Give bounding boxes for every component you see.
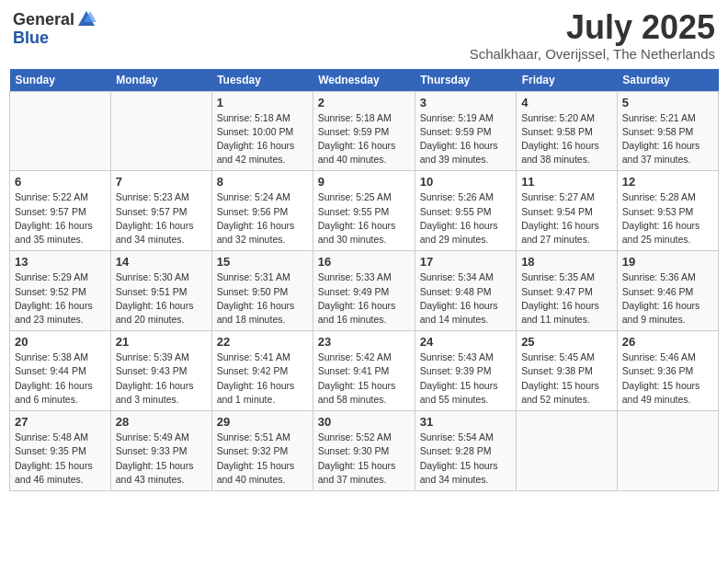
- day-info: Sunrise: 5:26 AM Sunset: 9:55 PM Dayligh…: [420, 190, 511, 247]
- calendar-cell: 11Sunrise: 5:27 AM Sunset: 9:54 PM Dayli…: [517, 171, 618, 251]
- day-number: 17: [420, 255, 511, 269]
- day-info: Sunrise: 5:43 AM Sunset: 9:39 PM Dayligh…: [420, 350, 511, 407]
- day-number: 28: [116, 415, 207, 429]
- day-info: Sunrise: 5:19 AM Sunset: 9:59 PM Dayligh…: [420, 111, 511, 167]
- calendar-cell: 14Sunrise: 5:30 AM Sunset: 9:51 PM Dayli…: [110, 251, 211, 331]
- day-info: Sunrise: 5:52 AM Sunset: 9:30 PM Dayligh…: [318, 431, 410, 487]
- day-number: 18: [521, 255, 612, 269]
- day-info: Sunrise: 5:51 AM Sunset: 9:32 PM Dayligh…: [217, 431, 308, 487]
- calendar-cell: 20Sunrise: 5:38 AM Sunset: 9:44 PM Dayli…: [10, 331, 111, 411]
- day-info: Sunrise: 5:38 AM Sunset: 9:44 PM Dayligh…: [15, 350, 106, 407]
- week-row-1: 1Sunrise: 5:18 AM Sunset: 10:00 PM Dayli…: [10, 91, 719, 171]
- day-info: Sunrise: 5:46 AM Sunset: 9:36 PM Dayligh…: [622, 350, 713, 407]
- day-number: 31: [420, 415, 511, 429]
- weekday-header-sunday: Sunday: [10, 69, 111, 92]
- day-info: Sunrise: 5:28 AM Sunset: 9:53 PM Dayligh…: [622, 190, 713, 247]
- day-info: Sunrise: 5:25 AM Sunset: 9:55 PM Dayligh…: [318, 190, 410, 247]
- week-row-4: 20Sunrise: 5:38 AM Sunset: 9:44 PM Dayli…: [10, 331, 719, 411]
- calendar-cell: [617, 411, 718, 491]
- calendar-cell: 4Sunrise: 5:20 AM Sunset: 9:58 PM Daylig…: [517, 91, 618, 171]
- day-number: 23: [318, 335, 410, 349]
- calendar-cell: 26Sunrise: 5:46 AM Sunset: 9:36 PM Dayli…: [617, 331, 718, 411]
- calendar-cell: 9Sunrise: 5:25 AM Sunset: 9:55 PM Daylig…: [313, 171, 415, 251]
- calendar-cell: 30Sunrise: 5:52 AM Sunset: 9:30 PM Dayli…: [313, 411, 415, 491]
- calendar-cell: 25Sunrise: 5:45 AM Sunset: 9:38 PM Dayli…: [517, 331, 618, 411]
- day-number: 16: [318, 255, 410, 269]
- page-header: General Blue July 2025 Schalkhaar, Overi…: [9, 9, 719, 62]
- calendar-cell: 8Sunrise: 5:24 AM Sunset: 9:56 PM Daylig…: [211, 171, 313, 251]
- calendar-cell: 31Sunrise: 5:54 AM Sunset: 9:28 PM Dayli…: [415, 411, 516, 491]
- title-block: July 2025 Schalkhaar, Overijssel, The Ne…: [470, 9, 715, 62]
- calendar-cell: 29Sunrise: 5:51 AM Sunset: 9:32 PM Dayli…: [211, 411, 313, 491]
- weekday-header-wednesday: Wednesday: [313, 69, 415, 92]
- day-number: 6: [15, 175, 106, 189]
- day-number: 14: [116, 255, 207, 269]
- day-info: Sunrise: 5:42 AM Sunset: 9:41 PM Dayligh…: [318, 350, 410, 407]
- logo-blue: Blue: [13, 29, 97, 46]
- day-number: 4: [521, 96, 612, 109]
- day-info: Sunrise: 5:22 AM Sunset: 9:57 PM Dayligh…: [15, 190, 106, 247]
- weekday-header-saturday: Saturday: [617, 69, 718, 92]
- day-info: Sunrise: 5:45 AM Sunset: 9:38 PM Dayligh…: [521, 350, 612, 407]
- calendar-cell: 27Sunrise: 5:48 AM Sunset: 9:35 PM Dayli…: [10, 411, 111, 491]
- calendar-cell: [110, 91, 211, 171]
- weekday-header-row: SundayMondayTuesdayWednesdayThursdayFrid…: [10, 69, 719, 92]
- day-number: 1: [217, 96, 308, 109]
- calendar-cell: 13Sunrise: 5:29 AM Sunset: 9:52 PM Dayli…: [10, 251, 111, 331]
- weekday-header-monday: Monday: [110, 69, 211, 92]
- weekday-header-thursday: Thursday: [415, 69, 516, 92]
- calendar-table: SundayMondayTuesdayWednesdayThursdayFrid…: [9, 69, 719, 491]
- weekday-header-tuesday: Tuesday: [211, 69, 313, 92]
- week-row-5: 27Sunrise: 5:48 AM Sunset: 9:35 PM Dayli…: [10, 411, 719, 491]
- day-info: Sunrise: 5:36 AM Sunset: 9:46 PM Dayligh…: [622, 270, 713, 327]
- day-info: Sunrise: 5:48 AM Sunset: 9:35 PM Dayligh…: [15, 431, 106, 487]
- day-info: Sunrise: 5:20 AM Sunset: 9:58 PM Dayligh…: [521, 111, 612, 167]
- calendar-cell: 15Sunrise: 5:31 AM Sunset: 9:50 PM Dayli…: [211, 251, 313, 331]
- day-number: 22: [217, 335, 308, 349]
- calendar-cell: [10, 91, 111, 171]
- day-number: 7: [116, 175, 207, 189]
- calendar-cell: 16Sunrise: 5:33 AM Sunset: 9:49 PM Dayli…: [313, 251, 415, 331]
- day-info: Sunrise: 5:23 AM Sunset: 9:57 PM Dayligh…: [116, 190, 207, 247]
- day-number: 21: [116, 335, 207, 349]
- calendar-cell: 24Sunrise: 5:43 AM Sunset: 9:39 PM Dayli…: [415, 331, 516, 411]
- calendar-cell: 18Sunrise: 5:35 AM Sunset: 9:47 PM Dayli…: [517, 251, 618, 331]
- calendar-cell: 23Sunrise: 5:42 AM Sunset: 9:41 PM Dayli…: [313, 331, 415, 411]
- day-info: Sunrise: 5:24 AM Sunset: 9:56 PM Dayligh…: [217, 190, 308, 247]
- month-title: July 2025: [470, 9, 715, 46]
- day-number: 19: [622, 255, 713, 269]
- day-info: Sunrise: 5:18 AM Sunset: 10:00 PM Daylig…: [217, 111, 308, 167]
- day-info: Sunrise: 5:34 AM Sunset: 9:48 PM Dayligh…: [420, 270, 511, 327]
- logo-icon: [76, 9, 97, 29]
- day-info: Sunrise: 5:27 AM Sunset: 9:54 PM Dayligh…: [521, 190, 612, 247]
- day-info: Sunrise: 5:21 AM Sunset: 9:58 PM Dayligh…: [622, 111, 713, 167]
- calendar-cell: 1Sunrise: 5:18 AM Sunset: 10:00 PM Dayli…: [211, 91, 313, 171]
- day-number: 10: [420, 175, 511, 189]
- week-row-2: 6Sunrise: 5:22 AM Sunset: 9:57 PM Daylig…: [10, 171, 719, 251]
- calendar-cell: 7Sunrise: 5:23 AM Sunset: 9:57 PM Daylig…: [110, 171, 211, 251]
- day-info: Sunrise: 5:39 AM Sunset: 9:43 PM Dayligh…: [116, 350, 207, 407]
- calendar-cell: 12Sunrise: 5:28 AM Sunset: 9:53 PM Dayli…: [617, 171, 718, 251]
- day-info: Sunrise: 5:35 AM Sunset: 9:47 PM Dayligh…: [521, 270, 612, 327]
- logo-general: General: [13, 11, 74, 28]
- day-number: 20: [15, 335, 106, 349]
- day-number: 24: [420, 335, 511, 349]
- day-info: Sunrise: 5:54 AM Sunset: 9:28 PM Dayligh…: [420, 431, 511, 487]
- day-info: Sunrise: 5:41 AM Sunset: 9:42 PM Dayligh…: [217, 350, 308, 407]
- calendar-cell: 21Sunrise: 5:39 AM Sunset: 9:43 PM Dayli…: [110, 331, 211, 411]
- weekday-header-friday: Friday: [517, 69, 618, 92]
- calendar-cell: 2Sunrise: 5:18 AM Sunset: 9:59 PM Daylig…: [313, 91, 415, 171]
- calendar-cell: 10Sunrise: 5:26 AM Sunset: 9:55 PM Dayli…: [415, 171, 516, 251]
- day-number: 15: [217, 255, 308, 269]
- day-number: 11: [521, 175, 612, 189]
- day-number: 13: [15, 255, 106, 269]
- day-number: 12: [622, 175, 713, 189]
- calendar-cell: 19Sunrise: 5:36 AM Sunset: 9:46 PM Dayli…: [617, 251, 718, 331]
- day-number: 25: [521, 335, 612, 349]
- calendar-cell: 28Sunrise: 5:49 AM Sunset: 9:33 PM Dayli…: [110, 411, 211, 491]
- day-number: 3: [420, 96, 511, 109]
- week-row-3: 13Sunrise: 5:29 AM Sunset: 9:52 PM Dayli…: [10, 251, 719, 331]
- day-info: Sunrise: 5:29 AM Sunset: 9:52 PM Dayligh…: [15, 270, 106, 327]
- day-info: Sunrise: 5:31 AM Sunset: 9:50 PM Dayligh…: [217, 270, 308, 327]
- day-number: 8: [217, 175, 308, 189]
